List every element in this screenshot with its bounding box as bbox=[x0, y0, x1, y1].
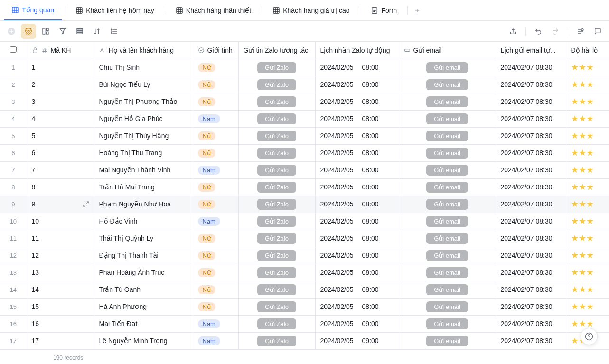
send-email-button[interactable]: Gửi email bbox=[426, 216, 468, 227]
cell-lichzalo[interactable]: 2024/02/0508:00 bbox=[315, 110, 399, 127]
table-row[interactable]: 1212Đặng Thị Thanh TàiNữGửi Zalo2024/02/… bbox=[0, 247, 609, 264]
send-email-button[interactable]: Gửi email bbox=[426, 250, 468, 261]
cell-gioitinh[interactable]: Nam bbox=[193, 332, 238, 349]
header-hailong[interactable]: Độ hài lò bbox=[566, 42, 609, 59]
cell-zalo[interactable]: Gửi Zalo bbox=[238, 161, 315, 178]
cell-zalo[interactable]: Gửi Zalo bbox=[238, 144, 315, 161]
cell-hailong[interactable]: ★★★ bbox=[566, 247, 609, 264]
table-row[interactable]: 1414Trần Tú OanhNữGửi Zalo2024/02/0508:0… bbox=[0, 281, 609, 298]
header-email[interactable]: Gửi email bbox=[399, 42, 496, 59]
send-zalo-button[interactable]: Gửi Zalo bbox=[257, 267, 296, 278]
cell-makh[interactable]: 2 bbox=[27, 76, 94, 93]
cell-gioitinh[interactable]: Nữ bbox=[193, 247, 238, 264]
cell-email[interactable]: Gửi email bbox=[399, 93, 496, 110]
table-row[interactable]: 44Nguyễn Hồ Gia PhúcNamGửi Zalo2024/02/0… bbox=[0, 110, 609, 127]
send-email-button[interactable]: Gửi email bbox=[426, 148, 468, 159]
cell-zalo[interactable]: Gửi Zalo bbox=[238, 76, 315, 93]
cell-gioitinh[interactable]: Nữ bbox=[193, 264, 238, 281]
cell-lichemail[interactable]: 2024/02/07 08:30 bbox=[496, 161, 566, 178]
cell-makh[interactable]: 9 bbox=[27, 196, 94, 213]
header-gioitinh[interactable]: Giới tính bbox=[193, 42, 238, 59]
cell-gioitinh[interactable]: Nữ bbox=[193, 298, 238, 315]
cell-hoten[interactable]: Lê Nguyễn Minh Trọng bbox=[94, 332, 193, 349]
share-button[interactable] bbox=[506, 24, 521, 39]
send-zalo-button[interactable]: Gửi Zalo bbox=[257, 131, 296, 141]
cell-zalo[interactable]: Gửi Zalo bbox=[238, 110, 315, 127]
cell-makh[interactable]: 3 bbox=[27, 93, 94, 110]
cell-makh[interactable]: 10 bbox=[27, 213, 94, 230]
tab-4[interactable]: Form bbox=[363, 0, 404, 20]
table-row[interactable]: 1313Phan Hoàng Ánh TrúcNữGửi Zalo2024/02… bbox=[0, 264, 609, 281]
cell-makh[interactable]: 16 bbox=[27, 315, 94, 332]
cell-lichemail[interactable]: 2024/02/07 08:30 bbox=[496, 144, 566, 161]
send-zalo-button[interactable]: Gửi Zalo bbox=[257, 113, 296, 124]
cell-gioitinh[interactable]: Nữ bbox=[193, 127, 238, 144]
send-email-button[interactable]: Gửi email bbox=[426, 284, 468, 295]
table-row[interactable]: 11Chìu Thị SinhNữGửi Zalo2024/02/0508:00… bbox=[0, 59, 609, 76]
cell-email[interactable]: Gửi email bbox=[399, 196, 496, 213]
cell-zalo[interactable]: Gửi Zalo bbox=[238, 59, 315, 76]
cell-lichzalo[interactable]: 2024/02/0508:00 bbox=[315, 161, 399, 178]
cell-email[interactable]: Gửi email bbox=[399, 247, 496, 264]
cell-makh[interactable]: 7 bbox=[27, 161, 94, 178]
cell-makh[interactable]: 17 bbox=[27, 332, 94, 349]
tab-3[interactable]: Khách hàng giá trị cao bbox=[265, 0, 357, 20]
send-email-button[interactable]: Gửi email bbox=[426, 165, 468, 176]
cell-hailong[interactable]: ★★★ bbox=[566, 161, 609, 178]
cell-email[interactable]: Gửi email bbox=[399, 76, 496, 93]
add-tab-button[interactable] bbox=[411, 4, 424, 17]
cell-email[interactable]: Gửi email bbox=[399, 315, 496, 332]
cell-hailong[interactable]: ★★★ bbox=[566, 110, 609, 127]
send-email-button[interactable]: Gửi email bbox=[426, 233, 468, 244]
cell-lichemail[interactable]: 2024/02/07 08:30 bbox=[496, 59, 566, 76]
header-makh[interactable]: Mã KH bbox=[27, 42, 94, 59]
cell-makh[interactable]: 12 bbox=[27, 247, 94, 264]
cell-email[interactable]: Gửi email bbox=[399, 110, 496, 127]
send-zalo-button[interactable]: Gửi Zalo bbox=[257, 62, 296, 73]
send-zalo-button[interactable]: Gửi Zalo bbox=[257, 148, 296, 159]
cell-hailong[interactable]: ★★★ bbox=[566, 144, 609, 161]
cell-hoten[interactable]: Bùi Ngọc Tiểu Ly bbox=[94, 76, 193, 93]
cell-makh[interactable]: 5 bbox=[27, 127, 94, 144]
cell-hoten[interactable]: Hoàng Thị Thu Trang bbox=[94, 144, 193, 161]
cell-hailong[interactable]: ★★★ bbox=[566, 230, 609, 247]
cell-makh[interactable]: 11 bbox=[27, 230, 94, 247]
cell-gioitinh[interactable]: Nam bbox=[193, 213, 238, 230]
cell-email[interactable]: Gửi email bbox=[399, 230, 496, 247]
table-row[interactable]: 77Mai Nguyễn Thành VinhNamGửi Zalo2024/0… bbox=[0, 161, 609, 178]
cell-hoten[interactable]: Hà Anh Phương bbox=[94, 298, 193, 315]
cell-lichzalo[interactable]: 2024/02/0508:00 bbox=[315, 264, 399, 281]
cell-zalo[interactable]: Gửi Zalo bbox=[238, 213, 315, 230]
cell-lichzalo[interactable]: 2024/02/0508:00 bbox=[315, 247, 399, 264]
redo-button[interactable] bbox=[548, 24, 563, 39]
cell-lichzalo[interactable]: 2024/02/0509:00 bbox=[315, 315, 399, 332]
cell-lichemail[interactable]: 2024/02/07 08:30 bbox=[496, 178, 566, 196]
send-zalo-button[interactable]: Gửi Zalo bbox=[257, 250, 296, 261]
cell-zalo[interactable]: Gửi Zalo bbox=[238, 315, 315, 332]
cell-lichemail[interactable]: 2024/02/07 08:30 bbox=[496, 110, 566, 127]
send-zalo-button[interactable]: Gửi Zalo bbox=[257, 165, 296, 176]
tab-2[interactable]: Khách hàng thân thiết bbox=[168, 0, 259, 20]
header-hoten[interactable]: Họ và tên khách hàng bbox=[94, 42, 193, 59]
cell-lichemail[interactable]: 2024/02/07 08:30 bbox=[496, 247, 566, 264]
filter-button[interactable] bbox=[55, 24, 70, 39]
cell-hailong[interactable]: ★★★ bbox=[566, 59, 609, 76]
send-email-button[interactable]: Gửi email bbox=[426, 182, 468, 193]
cell-zalo[interactable]: Gửi Zalo bbox=[238, 127, 315, 144]
send-zalo-button[interactable]: Gửi Zalo bbox=[257, 233, 296, 244]
cell-hoten[interactable]: Hồ Đắc Vinh bbox=[94, 213, 193, 230]
cell-email[interactable]: Gửi email bbox=[399, 161, 496, 178]
cell-zalo[interactable]: Gửi Zalo bbox=[238, 247, 315, 264]
send-zalo-button[interactable]: Gửi Zalo bbox=[257, 96, 296, 107]
send-zalo-button[interactable]: Gửi Zalo bbox=[257, 284, 296, 295]
table-row[interactable]: 1616Mai Tiến ĐạtNamGửi Zalo2024/02/0509:… bbox=[0, 315, 609, 332]
cell-lichemail[interactable]: 2024/02/07 08:30 bbox=[496, 93, 566, 110]
cell-lichzalo[interactable]: 2024/02/0508:00 bbox=[315, 93, 399, 110]
cell-lichemail[interactable]: 2024/02/07 08:30 bbox=[496, 298, 566, 315]
table-row[interactable]: 88Trần Hà Mai TrangNữGửi Zalo2024/02/050… bbox=[0, 178, 609, 196]
cell-makh[interactable]: 14 bbox=[27, 281, 94, 298]
cell-hoten[interactable]: Đặng Thị Thanh Tài bbox=[94, 247, 193, 264]
help-button[interactable] bbox=[581, 328, 598, 345]
cell-lichemail[interactable]: 2024/02/07 08:30 bbox=[496, 315, 566, 332]
send-zalo-button[interactable]: Gửi Zalo bbox=[257, 79, 296, 90]
